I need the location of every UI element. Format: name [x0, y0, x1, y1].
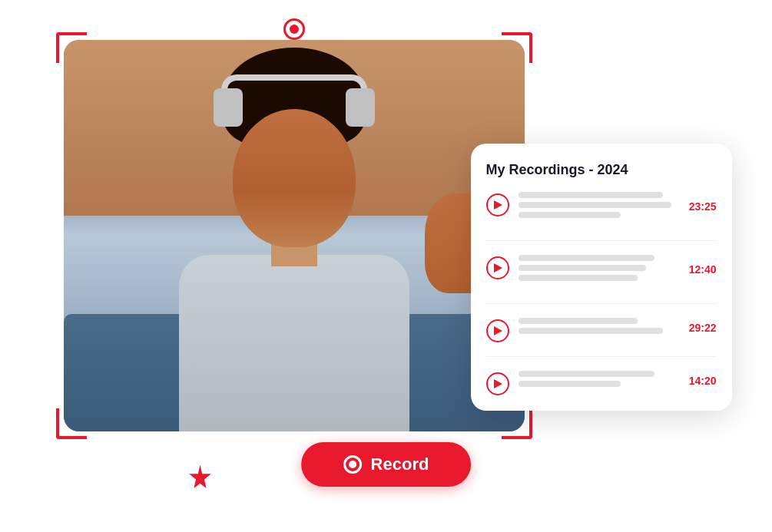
line-placeholder [519, 192, 664, 198]
recording-item: 14:20 [486, 371, 717, 395]
play-triangle-icon [494, 200, 502, 210]
recording-top-row-3: 14:20 [519, 371, 717, 391]
recording-lines-0 [519, 192, 689, 218]
recording-lines-1 [519, 255, 689, 281]
line-placeholder [519, 328, 664, 334]
line-placeholder [519, 275, 638, 281]
recording-top-row-0: 23:25 [519, 192, 717, 222]
play-triangle-icon [494, 379, 502, 388]
recording-item: 23:25 [486, 192, 717, 241]
record-button[interactable]: Record [301, 442, 472, 487]
recording-info-3: 14:20 [519, 371, 717, 395]
record-button-label: Record [371, 454, 429, 474]
recording-info-0: 23:25 [519, 192, 717, 226]
recording-top-row-1: 12:40 [519, 255, 717, 285]
play-button-1[interactable] [486, 256, 509, 279]
line-placeholder [519, 381, 621, 387]
play-button-2[interactable] [486, 319, 509, 342]
line-placeholder [519, 265, 647, 271]
recording-duration-2: 29:22 [689, 322, 717, 334]
recording-info-2: 29:22 [519, 318, 717, 342]
recording-duration-0: 23:25 [689, 200, 717, 213]
line-placeholder [519, 371, 655, 377]
video-content [64, 40, 525, 431]
record-button-icon [343, 455, 362, 474]
panel-title: My Recordings - 2024 [486, 162, 717, 178]
line-placeholder [519, 318, 638, 324]
line-placeholder [519, 212, 621, 218]
line-placeholder [519, 255, 655, 261]
main-container: Record My Recordings - 2024 23:25 [41, 17, 732, 516]
play-button-0[interactable] [486, 193, 509, 216]
recording-item: 29:22 [486, 318, 717, 357]
recording-duration-3: 14:20 [689, 375, 717, 387]
line-placeholder [519, 202, 672, 208]
recording-lines-2 [519, 318, 689, 334]
video-frame [56, 32, 532, 439]
recordings-list: 23:25 12:40 [486, 192, 717, 395]
record-indicator-top [283, 18, 305, 40]
recording-top-row-2: 29:22 [519, 318, 717, 338]
recording-item: 12:40 [486, 255, 717, 304]
play-triangle-icon [494, 263, 502, 273]
recording-info-1: 12:40 [519, 255, 717, 289]
play-button-3[interactable] [486, 372, 509, 395]
deco-star-icon [183, 461, 217, 499]
recording-lines-3 [519, 371, 689, 387]
recording-duration-1: 12:40 [689, 263, 717, 276]
play-triangle-icon [494, 326, 502, 335]
recordings-panel: My Recordings - 2024 23:25 [471, 144, 732, 411]
